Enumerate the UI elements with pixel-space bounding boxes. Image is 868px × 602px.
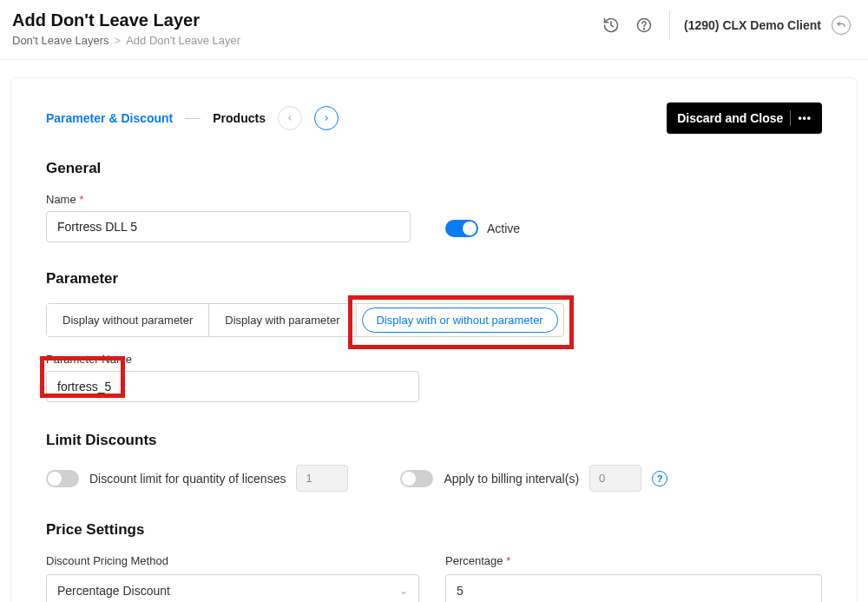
limit-qty-toggle[interactable] [46,470,79,487]
wizard-steps: Parameter & Discount Products [46,106,339,130]
limit-qty-input [296,465,348,492]
wizard-prev-button[interactable] [278,106,302,130]
method-col: Discount Pricing Method Percentage Disco… [46,554,419,602]
top-header: Add Don't Leave Layer Don't Leave Layers… [0,0,868,60]
section-parameter: Parameter [46,270,822,288]
name-label: Name * [46,193,411,206]
percent-input[interactable] [445,574,822,602]
limit-billing-input [589,465,641,492]
parameter-segment: Display without parameter Display with p… [46,303,564,337]
param-name-input[interactable] [46,371,419,402]
seg-last-wrap: Display with or without parameter [357,304,563,336]
breadcrumb-current: Add Don't Leave Layer [126,34,240,47]
seg-display-with-or-without[interactable]: Display with or without parameter [362,308,558,333]
active-label: Active [487,222,520,235]
limit-qty-item: Discount limit for quantity of licenses [46,465,348,492]
header-left: Add Don't Leave Layer Don't Leave Layers… [12,10,240,47]
param-input-wrap [46,371,419,402]
limit-billing-toggle[interactable] [400,470,433,487]
percent-col: Percentage * [445,554,822,602]
button-divider [790,110,791,126]
wizard-row: Parameter & Discount Products Discard an… [46,103,822,134]
limit-qty-label: Discount limit for quantity of licenses [89,472,286,486]
seg-display-with[interactable]: Display with parameter [209,304,356,336]
header-divider [669,10,670,40]
breadcrumb-sep: > [115,34,122,47]
param-name-group: Parameter Name [46,353,822,402]
section-limit: Limit Discounts [46,432,822,449]
section-general: General [46,160,822,177]
section-price: Price Settings [46,521,822,539]
svg-point-1 [644,29,645,30]
back-icon[interactable] [832,16,851,35]
wizard-step-1[interactable]: Parameter & Discount [46,111,173,125]
wizard-next-button[interactable] [314,106,339,130]
header-right: (1290) CLX Demo Client [600,10,851,40]
limit-billing-item: Apply to billing interval(s) ? [400,465,667,492]
method-value: Percentage Discount [57,584,170,598]
help-icon[interactable] [633,14,655,36]
content-card: Parameter & Discount Products Discard an… [10,77,858,602]
chevron-down-icon: ⌄ [399,585,408,597]
help-tooltip-icon[interactable]: ? [652,471,667,486]
required-mark: * [79,193,83,206]
limit-billing-label: Apply to billing interval(s) [444,472,579,486]
general-row: Name * Active [46,193,822,242]
name-group: Name * [46,193,411,242]
toggle-knob [48,472,62,486]
active-group: Active [445,220,520,242]
name-label-text: Name [46,193,76,206]
toggle-knob [463,222,477,235]
limit-row: Discount limit for quantity of licenses … [46,465,822,492]
discard-close-button[interactable]: Discard and Close ••• [667,103,822,134]
toggle-knob [402,472,416,486]
active-toggle[interactable] [445,220,478,237]
percent-label: Percentage * [445,554,822,567]
name-input[interactable] [46,211,411,242]
required-mark: * [506,554,510,567]
percent-label-text: Percentage [445,554,503,567]
discard-close-label: Discard and Close [677,111,783,125]
seg-display-without[interactable]: Display without parameter [47,304,209,336]
breadcrumb: Don't Leave Layers > Add Don't Leave Lay… [12,34,240,47]
param-name-label: Parameter Name [46,353,822,366]
client-label: (1290) CLX Demo Client [684,18,821,32]
breadcrumb-root[interactable]: Don't Leave Layers [12,34,109,47]
history-icon[interactable] [600,14,622,36]
page-title: Add Don't Leave Layer [12,10,240,30]
more-icon[interactable]: ••• [798,112,812,124]
wizard-step-2[interactable]: Products [213,111,266,125]
wizard-connector [185,118,201,119]
method-label: Discount Pricing Method [46,554,419,567]
method-select[interactable]: Percentage Discount ⌄ [46,574,419,602]
price-row: Discount Pricing Method Percentage Disco… [46,554,822,602]
